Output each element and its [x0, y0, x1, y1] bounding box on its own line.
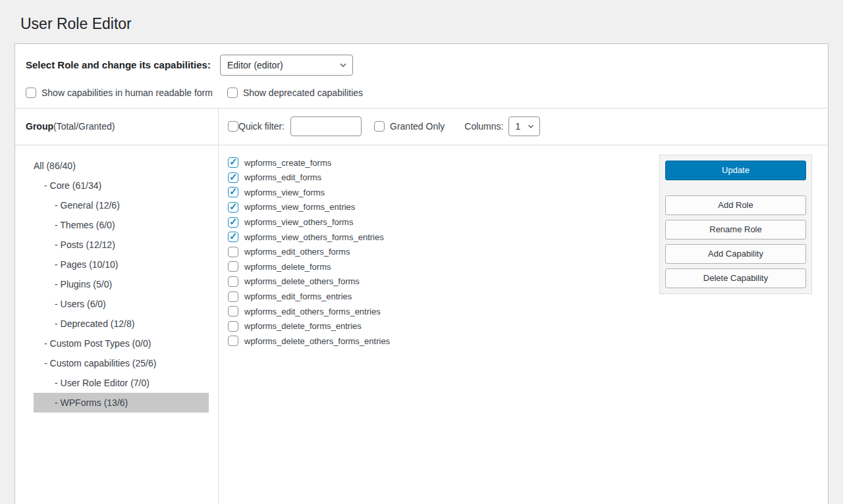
- capability-label: wpforms_edit_others_forms_entries: [244, 307, 381, 316]
- deprecated-checkbox[interactable]: [227, 88, 238, 98]
- capability-item[interactable]: wpforms_edit_others_forms: [228, 244, 646, 259]
- capability-checkbox[interactable]: [228, 336, 238, 346]
- role-select-wrap: Editor (editor): [220, 55, 353, 76]
- granted-only-option[interactable]: Granted Only: [374, 121, 445, 132]
- group-tree-item[interactable]: - Plugins (5/0): [34, 274, 209, 294]
- capability-label: wpforms_view_forms_entries: [244, 202, 355, 212]
- capability-checkbox[interactable]: [228, 291, 238, 302]
- capability-item[interactable]: wpforms_create_forms: [228, 155, 646, 170]
- capability-checkbox[interactable]: [228, 202, 238, 213]
- group-tree-item[interactable]: - Pages (10/10): [34, 255, 209, 274]
- capability-label: wpforms_view_others_forms: [244, 217, 353, 227]
- delete-capability-button[interactable]: Delete Capability: [665, 268, 806, 288]
- capability-label: wpforms_view_others_forms_entries: [244, 232, 384, 242]
- add-capability-button[interactable]: Add Capability: [665, 244, 806, 264]
- group-item-label: - Deprecated (12/8): [55, 318, 134, 329]
- capability-item[interactable]: wpforms_view_forms_entries: [228, 200, 646, 215]
- capability-item[interactable]: wpforms_view_others_forms_entries: [228, 230, 646, 245]
- capability-checkbox[interactable]: [228, 232, 238, 242]
- group-tree-item[interactable]: - Core (61/34): [34, 176, 209, 195]
- panel-body: Group (Total/Granted) All (86/40) - Core…: [15, 108, 828, 504]
- group-item-label: - Plugins (5/0): [55, 279, 112, 290]
- capability-label: wpforms_delete_forms_entries: [244, 321, 362, 331]
- capability-checkbox[interactable]: [228, 187, 238, 197]
- capabilities-column: Quick filter: Granted Only Columns: 1: [219, 109, 828, 504]
- rename-role-button[interactable]: Rename Role: [665, 220, 806, 239]
- display-options-row: Show capabilities in human readable form…: [15, 76, 828, 108]
- secondary-actions: Add Role Rename Role Add Capability Dele…: [665, 195, 806, 288]
- group-tree-item[interactable]: - Deprecated (12/8): [34, 314, 209, 334]
- group-tree-item[interactable]: - WPForms (13/6): [34, 393, 209, 413]
- capability-checkbox[interactable]: [228, 306, 238, 316]
- group-tree: All (86/40) - Core (61/34) - General (12…: [15, 145, 218, 413]
- group-tree-item[interactable]: - General (12/6): [34, 195, 209, 215]
- capability-item[interactable]: wpforms_delete_others_forms_entries: [228, 334, 646, 349]
- group-item-label: - Pages (10/10): [55, 259, 119, 270]
- capability-item[interactable]: wpforms_delete_forms_entries: [228, 318, 646, 334]
- group-tree-item[interactable]: - Themes (6/0): [34, 215, 209, 235]
- capability-checkbox[interactable]: [228, 247, 238, 257]
- columns-select-wrap: 1: [508, 116, 540, 136]
- group-tree-item[interactable]: - Custom capabilities (25/6): [34, 353, 209, 373]
- group-item-label: - Posts (12/12): [55, 239, 115, 250]
- capability-item[interactable]: wpforms_edit_forms_entries: [228, 289, 646, 304]
- deprecated-option[interactable]: Show deprecated capabilities: [227, 88, 363, 98]
- capability-checkbox[interactable]: [228, 157, 238, 168]
- group-header-title: Group: [26, 121, 53, 132]
- role-select[interactable]: Editor (editor): [220, 55, 353, 76]
- role-selector-row: Select Role and change its capabilities:…: [15, 44, 828, 76]
- capability-checkbox[interactable]: [228, 172, 238, 183]
- groups-column: Group (Total/Granted) All (86/40) - Core…: [15, 109, 219, 504]
- main-panel: Select Role and change its capabilities:…: [14, 43, 829, 504]
- capability-item[interactable]: wpforms_delete_others_forms: [228, 274, 646, 290]
- group-item-label: - WPForms (13/6): [55, 397, 128, 408]
- capability-item[interactable]: wpforms_edit_forms: [228, 170, 646, 185]
- capability-item[interactable]: wpforms_delete_forms: [228, 259, 646, 274]
- group-tree-item[interactable]: - Users (6/0): [34, 294, 209, 314]
- granted-only-checkbox[interactable]: [374, 121, 385, 132]
- capability-label: wpforms_delete_others_forms: [244, 276, 360, 286]
- human-readable-label: Show capabilities in human readable form: [41, 88, 213, 98]
- role-selector-label: Select Role and change its capabilities:: [26, 59, 211, 70]
- capability-checkbox[interactable]: [228, 321, 238, 332]
- capability-item[interactable]: wpforms_edit_others_forms_entries: [228, 304, 646, 319]
- actions-panel: Update Add Role Rename Role Add Capabili…: [659, 155, 812, 294]
- human-readable-checkbox[interactable]: [26, 88, 36, 98]
- group-tree-item[interactable]: All (86/40): [34, 156, 209, 176]
- update-button[interactable]: Update: [665, 161, 806, 180]
- capability-checkbox[interactable]: [228, 276, 238, 287]
- capability-item[interactable]: wpforms_view_forms: [228, 185, 646, 200]
- group-item-label: - Themes (6/0): [55, 220, 115, 230]
- group-header: Group (Total/Granted): [15, 109, 218, 145]
- add-role-button[interactable]: Add Role: [665, 195, 806, 215]
- capability-list: wpforms_create_forms wpforms_edit_forms …: [228, 155, 646, 349]
- page-title: User Role Editor: [20, 14, 829, 34]
- filter-bar: Quick filter: Granted Only Columns: 1: [219, 109, 828, 145]
- group-item-label: - User Role Editor (7/0): [55, 378, 150, 388]
- capability-label: wpforms_edit_forms_entries: [244, 291, 352, 301]
- capability-label: wpforms_delete_forms: [244, 262, 331, 272]
- capability-item[interactable]: wpforms_view_others_forms: [228, 214, 646, 230]
- user-role-editor-page: User Role Editor Select Role and change …: [0, 0, 843, 504]
- human-readable-option[interactable]: Show capabilities in human readable form: [26, 88, 213, 98]
- capability-label: wpforms_view_forms: [244, 188, 325, 197]
- group-tree-item[interactable]: - Custom Post Types (0/0): [34, 334, 209, 353]
- group-item-label: - Custom Post Types (0/0): [44, 338, 151, 349]
- columns-select[interactable]: 1: [508, 116, 540, 136]
- quick-filter-label: Quick filter:: [238, 121, 285, 132]
- group-item-label: - Custom capabilities (25/6): [44, 358, 156, 368]
- granted-only-label: Granted Only: [390, 121, 445, 132]
- group-item-label: - Core (61/34): [44, 180, 101, 191]
- capability-checkbox[interactable]: [228, 217, 238, 228]
- group-tree-item[interactable]: - Posts (12/12): [34, 235, 209, 255]
- columns-label: Columns:: [464, 121, 503, 132]
- group-header-suffix: (Total/Granted): [53, 121, 115, 132]
- group-item-label: - Users (6/0): [55, 299, 106, 309]
- capability-label: wpforms_edit_others_forms: [244, 247, 350, 257]
- select-all-checkbox[interactable]: [228, 121, 238, 132]
- deprecated-label: Show deprecated capabilities: [243, 88, 363, 98]
- capability-checkbox[interactable]: [228, 261, 238, 272]
- capability-label: wpforms_create_forms: [244, 158, 331, 168]
- quick-filter-input[interactable]: [290, 116, 362, 136]
- group-tree-item[interactable]: - User Role Editor (7/0): [34, 373, 209, 393]
